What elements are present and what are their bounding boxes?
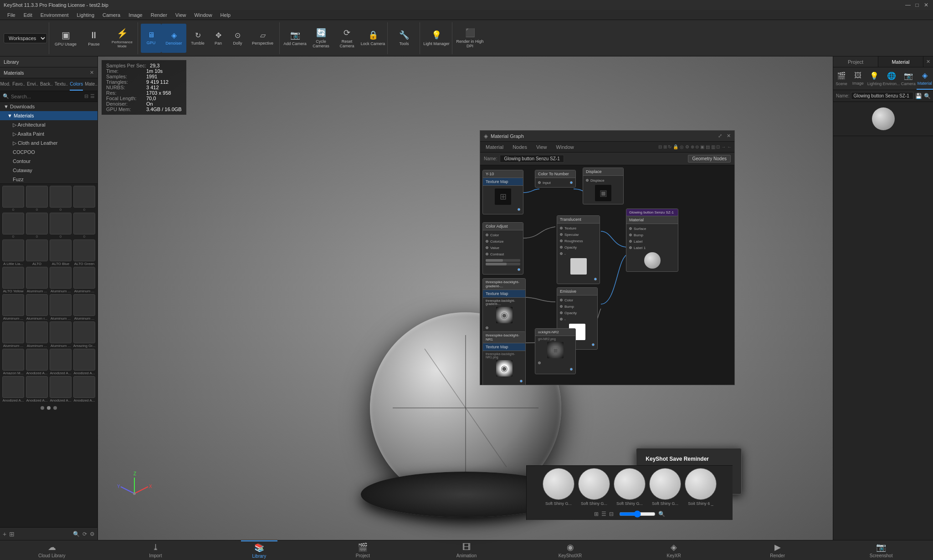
keyshot-xr-btn[interactable]: ◉ KeyShotXR bbox=[552, 540, 589, 560]
tab-mod[interactable]: Mod. bbox=[0, 78, 10, 91]
list-item[interactable]: Aluminum ... bbox=[49, 267, 72, 293]
strip-size-slider[interactable] bbox=[619, 511, 656, 517]
list-item[interactable]: Anodized A... bbox=[2, 376, 25, 402]
gnode-texture3[interactable]: threespike-backlight-NR1 Texture Map thr… bbox=[482, 331, 526, 385]
list-item[interactable]: Aluminum r... bbox=[26, 294, 48, 321]
add-icon[interactable]: + bbox=[3, 530, 6, 538]
tree-downloads[interactable]: ▼ Downloads bbox=[0, 102, 97, 111]
menu-help[interactable]: Help bbox=[217, 11, 235, 19]
list-item[interactable]: ALTO bbox=[26, 239, 48, 266]
list-item[interactable]: A Little Lia... bbox=[2, 239, 25, 266]
import-btn[interactable]: ⤓ Import bbox=[137, 540, 174, 560]
performance-mode-button[interactable]: ⚡ Performance Mode bbox=[108, 24, 136, 53]
list-item[interactable]: Anodized A... bbox=[26, 349, 48, 375]
workspaces-dropdown[interactable]: Workspaces bbox=[4, 33, 47, 43]
tree-contour[interactable]: Contour bbox=[0, 157, 97, 166]
window-controls[interactable]: — □ ✕ bbox=[905, 2, 929, 8]
list-item[interactable]: Aluminum ... bbox=[49, 321, 72, 348]
reset-camera-button[interactable]: ⟳ Reset Camera bbox=[334, 24, 359, 53]
tumble-button[interactable]: ↻ Tumble bbox=[186, 24, 209, 53]
strip-item-3[interactable]: Soft Shiny G... bbox=[614, 468, 646, 506]
list-item[interactable]: Anodized A... bbox=[49, 349, 72, 375]
material-tab[interactable]: Material bbox=[878, 56, 923, 67]
list-item[interactable]: 0 bbox=[2, 186, 25, 212]
tools-button[interactable]: 🔧 Tools bbox=[390, 24, 418, 53]
library-btn[interactable]: 📚 Library bbox=[241, 540, 277, 560]
search-mat-icon[interactable]: 🔍 bbox=[924, 93, 931, 99]
proj-tab-lighting[interactable]: 💡 Lighting bbox=[866, 67, 882, 90]
lock-camera-button[interactable]: 🔒 Lock Camera bbox=[360, 24, 385, 53]
gnode-material-output[interactable]: Glowing button Senzu SZ-1 Material Surfa… bbox=[626, 209, 678, 272]
page-dot-3[interactable] bbox=[53, 406, 57, 410]
list-item[interactable]: Anodized A... bbox=[73, 349, 96, 375]
list-item[interactable]: 0 bbox=[2, 213, 25, 239]
light-manager-button[interactable]: 💡 Light Manager bbox=[423, 24, 450, 53]
graph-canvas[interactable]: Y-10 Texture Map ⊞ Color To Number bbox=[480, 165, 734, 385]
tree-cocpoo[interactable]: COCPOO bbox=[0, 148, 97, 157]
strip-item-1[interactable]: Soft Shiny G... bbox=[543, 468, 574, 506]
list-item[interactable]: Amazing Gr... bbox=[73, 321, 96, 348]
menu-camera[interactable]: Camera bbox=[99, 11, 124, 19]
gnode-color-adjust[interactable]: Color Adjust Color Colorize Value Contra… bbox=[482, 222, 523, 275]
mat-name-input[interactable] bbox=[851, 92, 913, 100]
render-btn[interactable]: ▶ Render bbox=[759, 540, 796, 560]
sync-icon[interactable]: ⟳ bbox=[82, 531, 87, 537]
viewport[interactable]: Samples Per Sec: 29,3 Time: 1m 10s Sampl… bbox=[98, 56, 833, 540]
view-icon[interactable]: ☰ bbox=[90, 93, 95, 99]
keyxr-btn[interactable]: ◈ KeyXR bbox=[656, 540, 692, 560]
list-item[interactable]: Aluminum ... bbox=[2, 321, 25, 348]
proj-tab-material[interactable]: ◈ Material bbox=[917, 67, 933, 90]
list-item[interactable]: 0 bbox=[49, 186, 72, 212]
tree-cloth[interactable]: ▷ Cloth and Leather bbox=[0, 138, 97, 148]
tree-axalta[interactable]: ▷ Axalta Paint bbox=[0, 129, 97, 138]
dolly-button[interactable]: ⊙ Dolly bbox=[227, 24, 248, 53]
menu-lighting[interactable]: Lighting bbox=[73, 11, 98, 19]
list-item[interactable]: Amazon M... bbox=[2, 349, 25, 375]
search-bottom-icon[interactable]: 🔍 bbox=[73, 531, 80, 537]
mg-tab-view[interactable]: View bbox=[533, 142, 551, 153]
grid-view-icon[interactable]: ⊞ bbox=[9, 530, 15, 538]
proj-tab-environ[interactable]: 🌐 Environ... bbox=[883, 67, 900, 90]
gnode-color-to-num[interactable]: Color To Number Input bbox=[535, 170, 576, 188]
list-item[interactable]: Anodized A... bbox=[73, 376, 96, 402]
list-item[interactable]: 0 bbox=[73, 213, 96, 239]
list-item[interactable]: 0 bbox=[49, 213, 72, 239]
list-item[interactable]: Aluminum ... bbox=[73, 267, 96, 293]
gpu-mode-button[interactable]: 🖥 GPU bbox=[141, 24, 161, 53]
pan-button[interactable]: ✥ Pan bbox=[209, 24, 227, 53]
strip-item-2[interactable]: Soft Shiny G... bbox=[578, 468, 610, 506]
list-item[interactable]: 0 bbox=[73, 186, 96, 212]
mg-tab-material[interactable]: Material bbox=[482, 142, 507, 153]
close-btn[interactable]: ✕ bbox=[923, 2, 929, 8]
project-tab[interactable]: Project bbox=[833, 56, 878, 67]
filter-icon[interactable]: ⊟ bbox=[84, 93, 88, 99]
strip-grid-icon[interactable]: ⊞ bbox=[594, 511, 599, 517]
close-graph-icon[interactable]: ✕ bbox=[727, 133, 731, 139]
menu-window[interactable]: Window bbox=[190, 11, 215, 19]
list-item[interactable]: Aluminum ... bbox=[26, 267, 48, 293]
materials-tabs[interactable]: Mod. Favo.. Envi.. Back.. Textu.. Colors… bbox=[0, 78, 97, 91]
gnode-displace[interactable]: Displace Displace ▣ bbox=[583, 168, 624, 204]
list-item[interactable]: Anodized A... bbox=[49, 376, 72, 402]
list-item[interactable]: Aluminum ... bbox=[73, 294, 96, 321]
page-dot-2[interactable] bbox=[47, 406, 51, 410]
proj-tab-image[interactable]: 🖼 Image bbox=[850, 67, 866, 90]
list-item[interactable]: ALTO Green bbox=[73, 239, 96, 266]
close-materials-btn[interactable]: ✕ bbox=[90, 70, 94, 76]
expand-graph-icon[interactable]: ⤢ bbox=[718, 133, 722, 139]
denoiser-button[interactable]: ◈ Denoiser bbox=[161, 24, 186, 53]
gnode-texture2[interactable]: threespike-backlight-gradient-... Textur… bbox=[482, 278, 526, 339]
add-camera-button[interactable]: 📷 Add Camera bbox=[282, 24, 308, 53]
menu-environment[interactable]: Environment bbox=[37, 11, 72, 19]
list-item[interactable]: 0 bbox=[26, 186, 48, 212]
render-high-dpi-button[interactable]: ⬛ Render in High DPI bbox=[455, 24, 485, 53]
tree-architectural[interactable]: ▷ Architectural bbox=[0, 120, 97, 129]
menu-file[interactable]: File bbox=[4, 11, 19, 19]
list-item[interactable]: ALTO Yellow bbox=[2, 267, 25, 293]
mg-tab-window[interactable]: Window bbox=[553, 142, 578, 153]
project-btn[interactable]: 🎬 Project bbox=[344, 540, 381, 560]
menu-view[interactable]: View bbox=[172, 11, 190, 19]
gpu-button[interactable]: ▣ GPU Usage bbox=[52, 24, 79, 53]
tab-colors[interactable]: Colors bbox=[70, 78, 83, 91]
cycle-cameras-button[interactable]: 🔄 Cycle Cameras bbox=[308, 24, 333, 53]
